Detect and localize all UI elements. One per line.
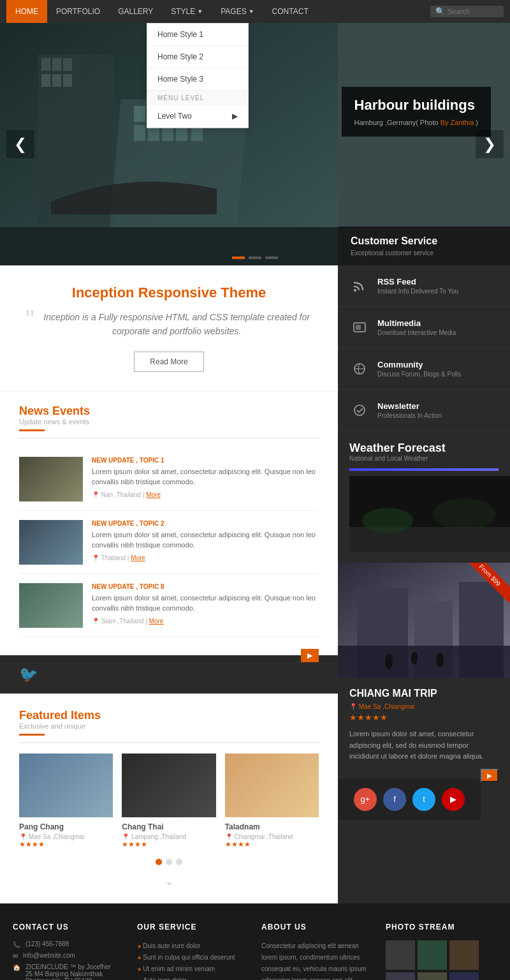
footer-service-list: Duis aute irure dolor Sunt in culpa qui … [137,940,249,980]
chiangmai-section: From $99 CHIANG MAI TRIP 📍 Mae Sa ,Chian… [338,563,510,779]
featured-thumb-2 [122,754,215,817]
featured-dot-3[interactable] [176,859,182,865]
news-item-3: NEW UPDATE , TOPIC 8 Lorem ipsum dolor s… [19,574,319,637]
featured-dark-bar: 🐦 [0,655,338,694]
featured-header: Featured Items Exclusive and unique [19,709,319,743]
svg-rect-7 [63,74,72,87]
svg-rect-14 [134,125,145,141]
footer-grid: CONTACT US 📞 (123) 456-7888 ✉ info@websi… [13,923,497,980]
multimedia-widget[interactable]: Multimedia Download Interactive Media [338,307,510,348]
featured-thumb-1 [19,754,113,817]
newsletter-text: Newsletter Professionals In Action [377,401,442,419]
chiangmai-image: From $99 [338,563,510,678]
hero-subtitle: Hamburg ,Germany( Photo By Zanthia ) [354,119,478,126]
weather-map-svg [349,476,510,553]
svg-point-36 [436,652,444,667]
hero-caption: Harbour buildings Hamburg ,Germany( Phot… [342,87,491,137]
sidebar: RSS Feed Instant Info Delivered To You M… [338,265,510,903]
featured-stars-1: ★★★★ [19,840,113,849]
newsletter-widget-inner: Newsletter Professionals In Action [349,400,499,420]
svg-rect-5 [41,74,50,87]
featured-location-1: 📍 Mae Sa ,Chiangmai [19,833,113,840]
about-text-1: Consectetur adipiscing elit aenean lorem… [261,940,373,980]
community-widget-inner: Community Discuss Forum, Blogs & Polls [349,359,499,379]
svg-rect-33 [338,646,510,678]
hero-next-button[interactable]: ❯ [476,130,504,158]
svg-rect-6 [52,74,61,87]
featured-dot-1[interactable] [156,859,162,865]
hero-dot-2[interactable] [249,256,261,259]
address-icon: 🏠 [13,964,20,971]
chiangmai-more-button[interactable]: ▶ [481,769,499,782]
twitter-button[interactable]: t [412,788,435,811]
news-more-button[interactable]: ▶ [301,649,319,662]
featured-section: Featured Items Exclusive and unique Pang… [0,694,338,903]
intro-quote: " Inception is a Fully responsive HTML a… [26,310,312,339]
news-item: NEW UPDATE , TOPIC 1 Lorem ipsum dolor s… [19,448,319,511]
hero-dot-3[interactable] [265,256,278,259]
search-input[interactable] [448,8,499,15]
email-icon: ✉ [13,953,18,960]
nav-item-gallery[interactable]: GALLERY [109,0,162,23]
hero-dot-1[interactable] [232,256,245,259]
dropdown-item-2[interactable]: Home Style 2 [147,46,248,68]
google-plus-button[interactable]: g+ [354,788,377,811]
multimedia-widget-inner: Multimedia Download Interactive Media [349,317,499,338]
news-meta-1: 📍 Nan ,Thailand | More [92,491,319,498]
featured-location-3: 📍 Chiangmai ,Thailand [225,833,319,840]
rss-text: RSS Feed Instant Info Delivered To You [377,277,458,295]
address-text: ZICEINCLUDE ™ by Jocefher 25 M4 Banjong … [26,963,111,980]
featured-thumb-3 [225,754,319,817]
news-more-link-1[interactable]: More [146,491,161,498]
nav-item-home[interactable]: HOME [6,0,47,23]
svg-rect-19 [0,227,338,265]
news-content-2: NEW UPDATE , TOPIC 2 Lorem ipsum dolor s… [92,520,319,565]
news-thumb-2 [19,520,83,565]
news-title: News Events [19,405,319,418]
location-icon-f2: 📍 [122,833,129,840]
search-bar[interactable]: 🔍 [430,6,504,17]
newsletter-widget[interactable]: Newsletter Professionals In Action [338,390,510,431]
news-subtitle: Update news & events [19,418,319,426]
weather-map [349,476,499,553]
contact-address: 🏠 ZICEINCLUDE ™ by Jocefher 25 M4 Banjon… [13,963,124,980]
community-widget[interactable]: Community Discuss Forum, Blogs & Polls [338,348,510,390]
read-more-button[interactable]: Read More [134,352,203,372]
dropdown-item-3[interactable]: Home Style 3 [147,68,248,91]
news-meta-2: 📍 Thailand | More [92,554,319,561]
news-more-link-3[interactable]: More [149,618,164,625]
location-icon-3: 📍 [92,618,99,625]
service-item-4: Aute irure dolor [137,975,249,980]
rss-widget[interactable]: RSS Feed Instant Info Delivered To You [338,265,510,307]
facebook-button[interactable]: f [383,788,406,811]
news-item-2: NEW UPDATE , TOPIC 2 Lorem ipsum dolor s… [19,511,319,574]
news-more-link-2[interactable]: More [131,554,145,561]
nav-item-style[interactable]: STYLE ▼ [162,0,212,23]
svg-rect-3 [52,58,61,71]
hero-section: ❮ ❯ Harbour buildings Hamburg ,Germany( … [0,23,510,265]
featured-name-3: Taladnam [225,822,319,831]
featured-subtitle: Exclusive and unique [19,722,319,730]
nav-item-contact[interactable]: CONTACT [263,0,317,23]
hero-prev-button[interactable]: ❮ [6,130,34,158]
weather-sub: National and Local Weather [349,455,499,462]
featured-stars-2: ★★★★ [122,840,215,849]
chiangmai-content: CHIANG MAI TRIP 📍 Mae Sa ,Chiangmai ★★★★… [338,678,510,779]
chiangmai-description: Lorem ipsum dolor sit amet, consectetur … [349,729,499,762]
search-icon: 🔍 [435,7,445,16]
svg-rect-9 [134,106,145,122]
featured-carousel-dots [19,859,319,865]
dropdown-item-1[interactable]: Home Style 1 [147,24,248,46]
location-icon-f3: 📍 [225,833,233,840]
svg-point-28 [432,498,496,530]
pages-dropdown-arrow: ▼ [249,8,254,15]
featured-dot-2[interactable] [166,859,172,865]
youtube-button[interactable]: ▶ [442,788,465,811]
intro-description: Inception is a Fully responsive HTML and… [41,310,312,339]
svg-point-24 [354,405,365,415]
nav-item-pages[interactable]: PAGES ▼ [212,0,263,23]
dropdown-submenu[interactable]: Level Two ▶ [147,105,248,128]
social-bar: g+ f t ▶ [338,779,481,820]
nav-item-portfolio[interactable]: PORTFOLIO [47,0,109,23]
service-item-1: Duis aute irure dolor [137,940,249,952]
